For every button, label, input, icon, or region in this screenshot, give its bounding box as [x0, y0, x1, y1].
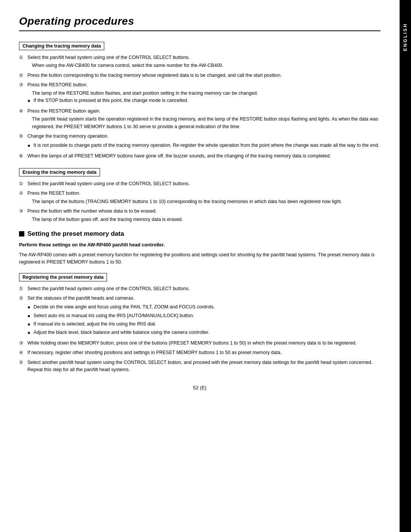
- erasing-content-2: Press the RESET button. The lamps of the…: [27, 190, 381, 205]
- erasing-sub-2: The lamps of the buttons (TRACING MEMORY…: [32, 198, 381, 205]
- reg-2-bullet-1: ● Decide on the view angle and focus usi…: [27, 303, 381, 311]
- erasing-content-1: Select the pan/tilt head system using on…: [27, 180, 381, 187]
- bullet-icon: ●: [27, 97, 33, 105]
- changing-box-label: Changing the tracing memory data: [19, 42, 104, 50]
- step-5-bullet-1: ● It is not possible to change parts of …: [27, 142, 381, 149]
- reg-step-num-4: ④: [19, 349, 27, 356]
- registering-step-5: ⑤ Select another pan/tilt head system us…: [19, 359, 381, 374]
- step-content-5: Change the tracing memory operation. ● I…: [27, 133, 381, 150]
- sidebar-label: ENGLISH: [403, 23, 408, 51]
- reg-bullet-content-2: Select auto iris or manual iris using th…: [33, 312, 381, 320]
- registering-step-3: ③ While holding down the MEMORY button, …: [19, 340, 381, 347]
- reg-2-bullet-2: ● Select auto iris or manual iris using …: [27, 312, 381, 320]
- preset-intro: The AW-RP400 comes with a preset memory …: [19, 251, 381, 266]
- step-num-5: ⑤: [19, 133, 27, 150]
- changing-step-2: ② Press the button corresponding to the …: [19, 72, 381, 79]
- erasing-step-num-2: ②: [19, 190, 27, 205]
- step-num-2: ②: [19, 72, 27, 79]
- changing-step-1: ① Select the pan/tilt head system using …: [19, 54, 381, 70]
- reg-content-4: If necessary, register other shooting po…: [27, 349, 381, 356]
- reg-bullet-1: ●: [27, 303, 33, 311]
- step-sub-4: The pan/tilt head system starts the oper…: [32, 116, 381, 130]
- reg-bullet-3: ●: [27, 321, 33, 328]
- reg-bullet-content-1: Decide on the view angle and focus using…: [33, 303, 381, 311]
- step-sub-3: The lamp of the RESTORE button flashes, …: [32, 90, 381, 97]
- reg-content-1: Select the pan/tilt head system using on…: [27, 285, 381, 292]
- erasing-step-1: ① Select the pan/tilt head system using …: [19, 180, 381, 187]
- reg-content-2: Set the statuses of the pan/tilt heads a…: [27, 295, 381, 337]
- erasing-step-num-3: ③: [19, 208, 27, 223]
- step-content-1: Select the pan/tilt head system using on…: [27, 54, 381, 70]
- erasing-sub-3: The lamp of the button goes off, and the…: [32, 216, 381, 223]
- reg-bullet-2: ●: [27, 312, 33, 320]
- changing-step-3: ③ Press the RESTORE button. The lamp of …: [19, 81, 381, 105]
- black-square-icon: [19, 231, 24, 237]
- step-num-3: ③: [19, 81, 27, 105]
- reg-bullet-4: ●: [27, 329, 33, 337]
- step-content-3: Press the RESTORE button. The lamp of th…: [27, 81, 381, 105]
- step-content-4: Press the RESTORE button again. The pan/…: [27, 108, 381, 130]
- erasing-step-num-1: ①: [19, 180, 27, 187]
- registering-step-4: ④ If necessary, register other shooting …: [19, 349, 381, 356]
- registering-step-2: ② Set the statuses of the pan/tilt heads…: [19, 295, 381, 337]
- step-num-4: ④: [19, 108, 27, 130]
- sidebar-tab: ENGLISH: [400, 0, 411, 532]
- preset-bold-line: Perform these settings on the AW-RP400 p…: [19, 242, 381, 248]
- bullet-content-5: It is not possible to change parts of th…: [33, 142, 381, 149]
- preset-heading-text: Setting the preset memory data: [27, 230, 124, 238]
- step-num-6: ⑥: [19, 152, 27, 160]
- erasing-step-3: ③ Press the button with the number whose…: [19, 208, 381, 223]
- reg-bullet-content-4: Adjust the black level, black balance an…: [33, 329, 381, 337]
- step-3-bullet-1: ● If the STOP button is pressed at this …: [27, 97, 381, 105]
- bullet-content: If the STOP button is pressed at this po…: [33, 97, 381, 105]
- reg-step-num-1: ①: [19, 285, 27, 292]
- reg-content-5: Select another pan/tilt head system usin…: [27, 359, 381, 374]
- step-sub-1: When using the AW-CB400 for camera contr…: [32, 62, 381, 69]
- page-title: Operating procedures: [19, 15, 381, 27]
- page-number: 52 (E): [19, 385, 381, 391]
- reg-step-num-5: ⑤: [19, 359, 27, 374]
- reg-2-bullet-3: ● If manual iris is selected, adjust the…: [27, 321, 381, 328]
- changing-step-5: ⑤ Change the tracing memory operation. ●…: [19, 133, 381, 150]
- registering-step-1: ① Select the pan/tilt head system using …: [19, 285, 381, 292]
- reg-bullet-content-3: If manual iris is selected, adjust the i…: [33, 321, 381, 328]
- reg-content-3: While holding down the MEMORY button, pr…: [27, 340, 381, 347]
- step-num-1: ①: [19, 54, 27, 70]
- step-content-6: When the lamps of all PRESET MEMORY butt…: [27, 152, 381, 160]
- page-container: Operating procedures Changing the tracin…: [0, 0, 411, 532]
- erasing-content-3: Press the button with the number whose d…: [27, 208, 381, 223]
- registering-box-label: Registering the preset memory data: [19, 273, 107, 281]
- preset-section-heading: Setting the preset memory data: [19, 230, 381, 238]
- erasing-step-2: ② Press the RESET button. The lamps of t…: [19, 190, 381, 205]
- step-content-2: Press the button corresponding to the tr…: [27, 72, 381, 79]
- changing-step-4: ④ Press the RESTORE button again. The pa…: [19, 108, 381, 130]
- erasing-box-label: Erasing the tracing memory data: [19, 168, 100, 176]
- title-divider: [19, 30, 381, 31]
- main-content: Operating procedures Changing the tracin…: [0, 0, 400, 532]
- bullet-icon-5: ●: [27, 142, 33, 149]
- changing-step-6: ⑥ When the lamps of all PRESET MEMORY bu…: [19, 152, 381, 160]
- reg-2-bullet-4: ● Adjust the black level, black balance …: [27, 329, 381, 337]
- reg-step-num-2: ②: [19, 295, 27, 337]
- reg-step-num-3: ③: [19, 340, 27, 347]
